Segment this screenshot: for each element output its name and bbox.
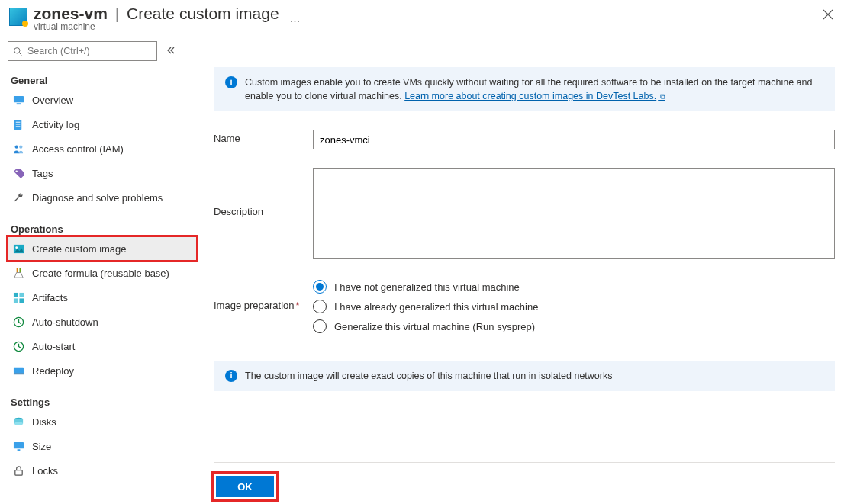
sidebar-item-label: Create formula (reusable base) — [32, 268, 169, 279]
svg-point-12 — [15, 246, 18, 249]
svg-point-10 — [15, 170, 17, 172]
sidebar-item[interactable]: Tags — [8, 161, 197, 185]
svg-point-0 — [14, 47, 20, 53]
redeploy-icon — [12, 364, 24, 377]
info-banner-bottom-text: The custom image will create exact copie… — [245, 369, 612, 383]
sidebar-item-label: Tags — [32, 168, 53, 179]
svg-line-1 — [19, 53, 21, 55]
info-banner-top: i Custom images enable you to create VMs… — [214, 67, 835, 111]
sidebar-item-label: Artifacts — [32, 292, 68, 303]
svg-rect-13 — [16, 268, 18, 272]
sidebar-item[interactable]: Size — [8, 434, 197, 458]
description-label: Description — [214, 168, 313, 217]
sidebar-item-label: Auto-shutdown — [32, 316, 98, 328]
svg-rect-17 — [13, 298, 18, 303]
size-icon — [12, 440, 24, 452]
description-textarea[interactable] — [313, 168, 835, 259]
radio-icon — [313, 300, 327, 313]
more-actions-button[interactable]: … — [290, 12, 301, 24]
radio-label: Generalize this virtual machine (Run sys… — [334, 321, 535, 332]
flask-icon — [12, 267, 24, 279]
svg-rect-22 — [13, 373, 23, 374]
name-input[interactable] — [313, 130, 835, 149]
svg-rect-18 — [19, 298, 24, 303]
resource-name: zones-vm — [34, 5, 108, 22]
clock-icon — [12, 340, 24, 352]
svg-point-8 — [14, 145, 18, 148]
sidebar-section-title: Operations — [11, 223, 197, 235]
sidebar-item[interactable]: Access control (IAM) — [8, 136, 197, 161]
monitor-icon — [12, 94, 24, 106]
external-link-icon: ⧉ — [658, 92, 665, 101]
svg-rect-16 — [19, 292, 24, 297]
name-label: Name — [214, 130, 313, 144]
sidebar-section-title: Settings — [11, 396, 197, 408]
sidebar-item[interactable]: Artifacts — [8, 285, 197, 310]
required-asterisk: * — [296, 300, 300, 311]
sidebar-item-label: Locks — [32, 465, 58, 477]
image-preparation-label: Image preparation — [214, 300, 295, 311]
vm-resource-icon — [9, 8, 27, 26]
svg-point-9 — [19, 145, 22, 148]
sidebar-item-label: Auto-start — [32, 341, 75, 352]
svg-rect-2 — [13, 95, 23, 101]
radio-label: I have already generalized this virtual … — [334, 301, 538, 313]
image-icon — [12, 242, 24, 255]
sidebar-item[interactable]: Activity log — [8, 112, 197, 136]
radio-icon — [313, 319, 327, 333]
close-icon — [823, 9, 833, 20]
sidebar-item-label: Redeploy — [32, 365, 74, 377]
page-title: zones-vm | Create custom image — [34, 5, 279, 23]
sidebar-item-label: Activity log — [32, 119, 79, 130]
artifacts-icon — [12, 291, 24, 303]
sidebar-item[interactable]: Disks — [8, 409, 197, 434]
radio-icon — [313, 280, 327, 294]
sidebar-item[interactable]: Auto-shutdown — [8, 310, 197, 334]
sidebar-item-label: Create custom image — [32, 243, 127, 255]
svg-rect-5 — [15, 121, 20, 122]
image-preparation-option[interactable]: I have not generalized this virtual mach… — [313, 280, 835, 294]
blade-title: Create custom image — [127, 5, 279, 22]
sidebar-item[interactable]: Create formula (reusable base) — [8, 261, 197, 285]
sidebar-item-label: Overview — [32, 95, 73, 106]
svg-rect-3 — [16, 103, 21, 104]
svg-rect-26 — [17, 449, 20, 451]
search-input[interactable] — [26, 45, 152, 57]
sidebar-item[interactable]: Redeploy — [8, 358, 197, 383]
clock-icon — [12, 316, 24, 328]
resource-type-subtitle: virtual machine — [34, 21, 279, 32]
sidebar-item[interactable]: Auto-start — [8, 334, 197, 358]
sidebar-item[interactable]: Locks — [8, 458, 197, 483]
svg-rect-14 — [19, 268, 21, 272]
learn-more-link[interactable]: Learn more about creating custom images … — [404, 91, 665, 101]
svg-rect-15 — [13, 292, 18, 297]
info-icon: i — [225, 370, 237, 382]
sidebar-item-label: Disks — [32, 416, 56, 428]
lock-icon — [12, 464, 24, 477]
collapse-sidebar-button[interactable] — [166, 46, 176, 57]
ok-button[interactable]: OK — [216, 476, 274, 497]
svg-rect-6 — [15, 124, 20, 124]
search-icon — [13, 47, 23, 56]
svg-rect-25 — [13, 441, 23, 448]
svg-rect-21 — [13, 367, 23, 373]
sidebar-item-label: Access control (IAM) — [32, 143, 124, 155]
disks-icon — [12, 416, 24, 428]
log-icon — [12, 118, 24, 130]
info-banner-bottom: i The custom image will create exact cop… — [214, 361, 835, 391]
radio-label: I have not generalized this virtual mach… — [334, 281, 520, 293]
people-icon — [12, 143, 24, 155]
search-input-wrapper[interactable] — [8, 41, 157, 61]
chevron-double-left-icon — [166, 46, 176, 55]
tag-icon — [12, 167, 24, 179]
sidebar-item-label: Diagnose and solve problems — [32, 192, 163, 204]
sidebar-item[interactable]: Overview — [8, 88, 197, 112]
sidebar-item-label: Size — [32, 441, 51, 452]
svg-rect-7 — [15, 126, 20, 127]
image-preparation-option[interactable]: Generalize this virtual machine (Run sys… — [313, 319, 835, 333]
image-preparation-option[interactable]: I have already generalized this virtual … — [313, 300, 835, 313]
sidebar-item[interactable]: Diagnose and solve problems — [8, 185, 197, 210]
sidebar-item[interactable]: Create custom image — [8, 236, 197, 261]
close-button[interactable] — [823, 8, 833, 24]
svg-point-24 — [14, 422, 22, 425]
